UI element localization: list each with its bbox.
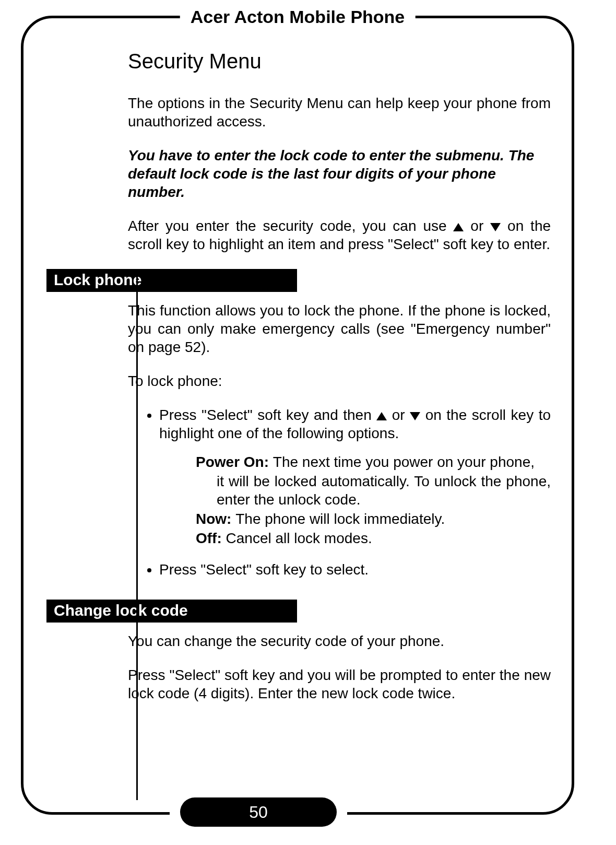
text-part: After you enter the security code, you c… [128,218,453,234]
list-item: Press "Select" soft key and then or on t… [159,406,551,442]
lock-phone-heading: Lock phone [46,269,297,292]
list-item: Press "Select" soft key to select. [159,560,551,579]
text-part: or [392,407,410,423]
lock-phone-description: This function allows you to lock the pho… [128,301,551,356]
option-label: Now: [196,511,235,527]
option-power-on: Power On: The next time you power on you… [196,453,551,471]
lock-steps-list-2: Press "Select" soft key to select. [159,560,551,579]
page-title: Security Menu [128,50,551,73]
option-off: Off: Cancel all lock modes. [196,529,551,547]
options-block: Power On: The next time you power on you… [196,453,551,547]
page-content: Security Menu The options in the Securit… [23,18,572,702]
change-code-description: You can change the security code of your… [128,632,551,650]
option-power-on-cont: it will be locked automatically. To unlo… [196,472,551,509]
manual-header: Acer Acton Mobile Phone [180,7,416,27]
option-now: Now: The phone will lock immediately. [196,510,551,528]
text-part: Press "Select" soft key and then [159,407,376,423]
down-arrow-icon [410,412,420,420]
option-label: Power On: [196,454,273,470]
lock-code-note: You have to enter the lock code to enter… [128,146,551,201]
page-number: 50 [180,797,337,827]
change-code-instructions: Press "Select" soft key and you will be … [128,666,551,702]
to-lock-phone-label: To lock phone: [128,372,551,390]
up-arrow-icon [376,412,387,420]
lock-steps-list: Press "Select" soft key and then or on t… [159,406,551,442]
option-text: The phone will lock immediately. [235,511,445,527]
up-arrow-icon [453,223,464,231]
vertical-rule [136,270,138,800]
change-lock-code-heading: Change lock code [46,600,297,623]
text-part: or [470,218,490,234]
option-text: Cancel all lock modes. [226,530,372,546]
option-label: Off: [196,530,226,546]
option-text: The next time you power on your phone, [273,454,535,470]
intro-paragraph: The options in the Security Menu can hel… [128,94,551,131]
down-arrow-icon [490,223,501,231]
after-enter-paragraph: After you enter the security code, you c… [128,217,551,253]
page-frame: Acer Acton Mobile Phone Security Menu Th… [21,16,574,815]
